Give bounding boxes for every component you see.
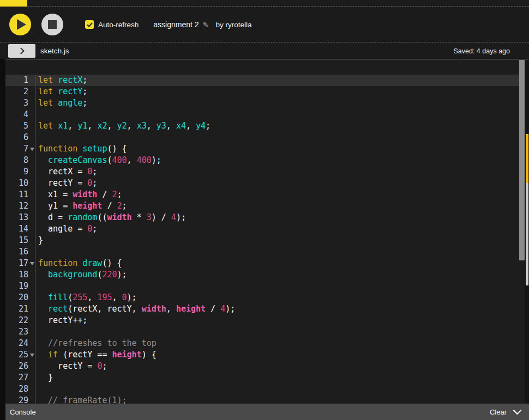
code-line[interactable]: 13 d = random((width * 3) / 4); bbox=[5, 212, 525, 223]
code-line-text: rectY = 0; bbox=[35, 178, 97, 189]
left-edge-strip bbox=[0, 59, 5, 420]
line-number: 14 bbox=[5, 223, 35, 235]
code-line-text: let x1, y1, x2, y2, x3, y3, x4, y4; bbox=[35, 120, 211, 132]
code-line[interactable]: 24 //refreshes to the top bbox=[5, 338, 525, 349]
line-number: 16 bbox=[5, 246, 35, 258]
code-line-text bbox=[35, 109, 38, 120]
line-number: 5 bbox=[5, 120, 35, 132]
line-number: 28 bbox=[5, 384, 35, 395]
code-line-text bbox=[35, 326, 38, 338]
toolbar: Auto-refresh assignment 2 ✎ by ryrotella bbox=[0, 7, 529, 42]
code-line-text: rectY = 0; bbox=[35, 361, 107, 372]
line-number: 27 bbox=[5, 372, 35, 384]
code-line[interactable]: 23 bbox=[5, 326, 525, 338]
line-number: 17 bbox=[5, 258, 35, 269]
code-line[interactable]: 5let x1, y1, x2, y2, x3, y3, x4, y4; bbox=[5, 120, 525, 132]
line-number: 13 bbox=[5, 212, 35, 223]
line-number: 15 bbox=[5, 235, 35, 246]
code-line[interactable]: 27 } bbox=[5, 372, 525, 384]
fold-arrow-icon[interactable] bbox=[30, 148, 34, 151]
code-line[interactable]: 16 bbox=[5, 246, 525, 258]
code-line[interactable]: 18 background(220); bbox=[5, 269, 525, 281]
stop-icon bbox=[48, 20, 57, 29]
fold-arrow-icon[interactable] bbox=[30, 354, 34, 357]
project-name: assignment 2 bbox=[153, 20, 199, 29]
fold-arrow-icon[interactable] bbox=[30, 262, 34, 265]
code-line[interactable]: 3let angle; bbox=[5, 98, 525, 109]
code-line-text: function setup() { bbox=[35, 143, 127, 155]
line-number: 7 bbox=[5, 143, 35, 155]
line-number: 10 bbox=[5, 178, 35, 189]
edit-project-name-icon[interactable]: ✎ bbox=[203, 21, 209, 29]
code-line[interactable]: 7function setup() { bbox=[5, 143, 525, 155]
code-line[interactable]: 28 bbox=[5, 384, 525, 395]
code-line-text: } bbox=[35, 372, 53, 384]
code-line[interactable]: 14 angle = 0; bbox=[5, 223, 525, 235]
code-line-text: y1 = height / 2; bbox=[35, 200, 127, 212]
top-nav-bar bbox=[0, 0, 529, 7]
line-number: 6 bbox=[5, 132, 35, 143]
code-line-text: } bbox=[35, 235, 43, 246]
code-line[interactable]: 2let rectY; bbox=[5, 86, 525, 98]
code-line[interactable]: 4 bbox=[5, 109, 525, 120]
preview-canvas-sliver bbox=[526, 183, 528, 285]
code-line[interactable]: 9 rectX = 0; bbox=[5, 166, 525, 178]
code-line[interactable]: 10 rectY = 0; bbox=[5, 178, 525, 189]
code-line[interactable]: 11 x1 = width / 2; bbox=[5, 189, 525, 200]
code-line[interactable]: 15} bbox=[5, 235, 525, 246]
code-line-text: if (rectY == height) { bbox=[35, 349, 157, 361]
line-number: 19 bbox=[5, 281, 35, 292]
line-number: 29 bbox=[5, 395, 35, 404]
code-line-text: fill(255, 195, 0); bbox=[35, 292, 137, 303]
auto-refresh-checkbox[interactable] bbox=[85, 20, 94, 29]
code-line[interactable]: 26 rectY = 0; bbox=[5, 361, 525, 372]
line-number: 18 bbox=[5, 269, 35, 281]
file-header: sketch.js Saved: 4 days ago bbox=[0, 43, 529, 59]
line-number: 26 bbox=[5, 361, 35, 372]
code-line[interactable]: 25 if (rectY == height) { bbox=[5, 349, 525, 361]
code-line-text: createCanvas(400, 400); bbox=[35, 155, 161, 166]
code-line-text: //refreshes to the top bbox=[35, 338, 157, 349]
code-line[interactable]: 29 // frameRate(1); bbox=[5, 395, 525, 404]
code-line[interactable]: 17function draw() { bbox=[5, 258, 525, 269]
line-number: 12 bbox=[5, 200, 35, 212]
p5-web-editor: Auto-refresh assignment 2 ✎ by ryrotella… bbox=[0, 0, 529, 420]
code-line-text: let angle; bbox=[35, 98, 87, 109]
checkmark-icon bbox=[87, 22, 93, 27]
line-number: 2 bbox=[5, 86, 35, 98]
code-line[interactable]: 21 rect(rectX, rectY, width, height / 4)… bbox=[5, 303, 525, 315]
nav-accent-block bbox=[0, 0, 27, 7]
editor-scrollbar-thumb[interactable] bbox=[519, 60, 525, 260]
auto-refresh-label: Auto-refresh bbox=[98, 21, 139, 29]
file-name: sketch.js bbox=[40, 47, 69, 55]
console-clear-button[interactable]: Clear bbox=[490, 408, 507, 416]
code-line-text: angle = 0; bbox=[35, 223, 97, 235]
code-line[interactable]: 12 y1 = height / 2; bbox=[5, 200, 525, 212]
code-line[interactable]: 19 bbox=[5, 281, 525, 292]
line-number: 1 bbox=[5, 75, 35, 86]
chevron-right-icon bbox=[17, 47, 25, 54]
code-line-text: background(220); bbox=[35, 269, 127, 281]
line-number: 21 bbox=[5, 303, 35, 315]
code-line-text: rectX = 0; bbox=[35, 166, 97, 178]
line-number: 3 bbox=[5, 98, 35, 109]
code-line[interactable]: 8 createCanvas(400, 400); bbox=[5, 155, 525, 166]
stop-button[interactable] bbox=[41, 14, 63, 35]
code-line-text: d = random((width * 3) / 4); bbox=[35, 212, 186, 223]
code-editor[interactable]: 1let rectX;2let rectY;3let angle;45let x… bbox=[5, 59, 525, 404]
console-title: Console bbox=[10, 408, 36, 416]
code-line-text bbox=[35, 132, 38, 143]
code-line[interactable]: 6 bbox=[5, 132, 525, 143]
project-byline: by ryrotella bbox=[215, 21, 251, 29]
code-line-text: let rectX; bbox=[35, 75, 87, 86]
code-line-text: function draw() { bbox=[35, 258, 122, 269]
play-button[interactable] bbox=[9, 14, 31, 35]
line-number: 20 bbox=[5, 292, 35, 303]
chevron-down-icon[interactable] bbox=[513, 406, 522, 415]
code-line[interactable]: 1let rectX; bbox=[5, 75, 525, 86]
code-line[interactable]: 20 fill(255, 195, 0); bbox=[5, 292, 525, 303]
expand-sidebar-button[interactable] bbox=[8, 44, 35, 58]
console-bar: Console Clear bbox=[5, 404, 529, 420]
code-line-text bbox=[35, 281, 38, 292]
code-line[interactable]: 22 rectY++; bbox=[5, 315, 525, 326]
